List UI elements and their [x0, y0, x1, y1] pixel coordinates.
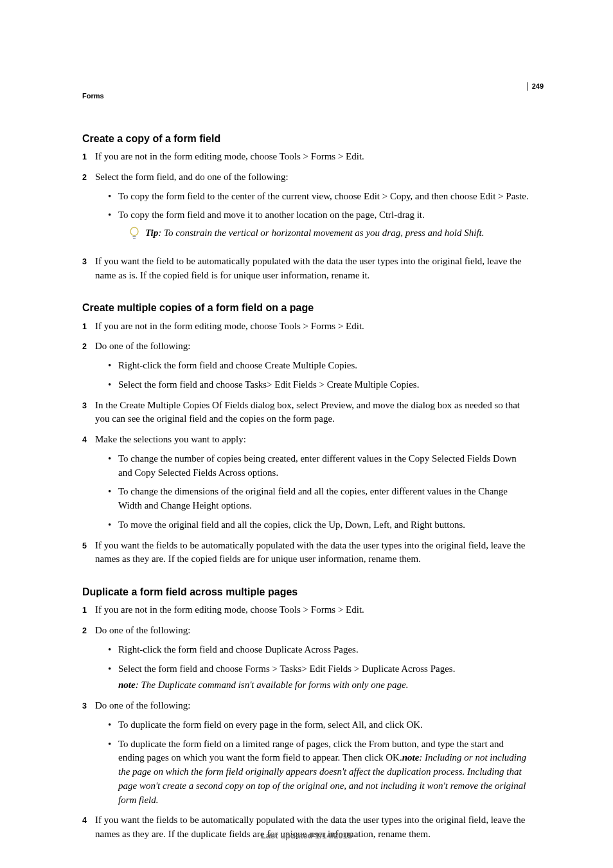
- step-5: 5 If you want the fields to be automatic…: [82, 539, 531, 567]
- step-text: If you want the fields to be automatical…: [95, 540, 525, 565]
- step-text: If you are not in the form editing mode,…: [95, 604, 364, 615]
- bullet-text: Select the form field and choose Forms >…: [118, 664, 455, 674]
- section-heading: Create a copy of a form field: [82, 131, 531, 146]
- step-2: 2 Do one of the following: Right-click t…: [82, 624, 531, 692]
- step-1: 1 If you are not in the form editing mod…: [82, 320, 531, 334]
- bullet-item: To copy the form field and move it to an…: [108, 208, 531, 240]
- bullet-item: To duplicate the form field on every pag…: [108, 718, 531, 732]
- note-label: note: [118, 680, 136, 690]
- step-text: Select the form field, and do one of the…: [95, 172, 289, 182]
- step-number: 2: [82, 624, 87, 639]
- bullet-item: To change the number of copies being cre…: [108, 452, 531, 480]
- step-text: Do one of the following:: [95, 700, 190, 710]
- step-number: 3: [82, 699, 87, 714]
- section-heading: Create multiple copies of a form field o…: [82, 300, 531, 315]
- note-label: note: [402, 752, 420, 763]
- step-number: 1: [82, 320, 87, 335]
- tip-block: Tip: To constrain the vertical or horizo…: [129, 226, 531, 240]
- step-2: 2 Select the form field, and do one of t…: [82, 170, 531, 240]
- note-text: : The Duplicate command isn't available …: [136, 680, 409, 690]
- step-4: 4 Make the selections you want to apply:…: [82, 433, 531, 532]
- step-number: 4: [82, 433, 87, 448]
- bullet-item: Select the form field and choose Forms >…: [108, 662, 531, 693]
- step-text: If you want the field to be automaticall…: [95, 256, 522, 280]
- bullet-item: To move the original field and all the c…: [108, 518, 531, 532]
- step-1: 1 If you are not in the form editing mod…: [82, 150, 531, 164]
- step-text: If you are not in the form editing mode,…: [95, 151, 364, 161]
- section-copy-form-field: Create a copy of a form field 1 If you a…: [82, 131, 531, 282]
- page-number: 249: [527, 82, 544, 91]
- step-number: 3: [82, 399, 87, 414]
- step-number: 2: [82, 170, 87, 186]
- step-number: 2: [82, 339, 87, 355]
- page: 249 Forms Create a copy of a form field …: [0, 0, 613, 868]
- bullet-item: To copy the form field to the center of …: [108, 190, 531, 204]
- step-number: 5: [82, 539, 87, 554]
- chapter-title: Forms: [82, 91, 531, 102]
- lightbulb-icon: [129, 226, 140, 245]
- step-2: 2 Do one of the following: Right-click t…: [82, 339, 531, 392]
- note-block: note: The Duplicate command isn't availa…: [118, 678, 531, 692]
- page-footer: Last updated 1/14/2015: [0, 830, 613, 842]
- bullet-text: To copy the form field and move it to an…: [118, 210, 425, 220]
- section-multiple-copies: Create multiple copies of a form field o…: [82, 300, 531, 566]
- step-text: Make the selections you want to apply:: [95, 434, 246, 444]
- step-3: 3 In the Create Multiple Copies Of Field…: [82, 399, 531, 427]
- step-text: In the Create Multiple Copies Of Fields …: [95, 400, 520, 424]
- section-duplicate-across-pages: Duplicate a form field across multiple p…: [82, 584, 531, 842]
- step-number: 3: [82, 255, 87, 270]
- svg-point-0: [130, 228, 138, 236]
- tip-label: Tip: [145, 228, 158, 238]
- tip-text: : To constrain the vertical or horizonta…: [158, 228, 484, 238]
- step-number: 4: [82, 813, 87, 829]
- section-heading: Duplicate a form field across multiple p…: [82, 584, 531, 599]
- step-1: 1 If you are not in the form editing mod…: [82, 603, 531, 617]
- bullet-item: To change the dimensions of the original…: [108, 485, 531, 513]
- bullet-item: Right-click the form field and choose Cr…: [108, 359, 531, 373]
- bullet-item: To duplicate the form field on a limited…: [108, 737, 531, 808]
- step-3: 3 Do one of the following: To duplicate …: [82, 699, 531, 807]
- step-text: Do one of the following:: [95, 341, 190, 351]
- step-3: 3 If you want the field to be automatica…: [82, 255, 531, 283]
- step-text: If you are not in the form editing mode,…: [95, 321, 364, 331]
- bullet-item: Right-click the form field and choose Du…: [108, 643, 531, 657]
- step-number: 1: [82, 603, 87, 619]
- bullet-item: Select the form field and choose Tasks> …: [108, 378, 531, 392]
- step-text: Do one of the following:: [95, 625, 190, 635]
- step-number: 1: [82, 150, 87, 165]
